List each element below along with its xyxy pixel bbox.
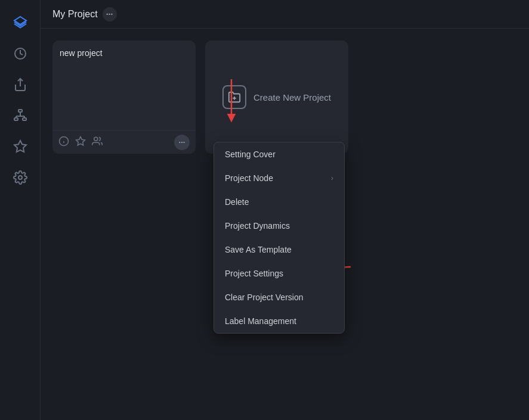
menu-item-project-node[interactable]: Project Node › — [214, 166, 344, 190]
menu-item-delete[interactable]: Delete — [214, 190, 344, 214]
cards-grid: new project — [52, 41, 517, 154]
users-icon[interactable] — [92, 136, 103, 149]
sidebar-item-settings[interactable] — [7, 164, 33, 191]
project-card-title: new project — [60, 48, 103, 58]
svg-point-11 — [18, 176, 22, 179]
svg-rect-4 — [14, 118, 18, 120]
sidebar-item-star[interactable] — [7, 133, 33, 160]
sidebar-item-clock[interactable] — [7, 41, 33, 67]
menu-item-save-as-template[interactable]: Save As Template — [214, 238, 344, 262]
menu-item-save-as-template-label: Save As Template — [225, 245, 292, 254]
create-project-label: Create New Project — [253, 92, 331, 102]
context-menu: Setting Cover Project Node › Delete Proj… — [214, 142, 345, 334]
menu-item-clear-project-version[interactable]: Clear Project Version — [214, 285, 344, 309]
svg-point-16 — [94, 137, 98, 141]
menu-item-project-settings[interactable]: Project Settings — [214, 262, 344, 285]
main-content: My Project ··· new project — [41, 0, 529, 420]
page-title: My Project — [52, 9, 98, 20]
svg-marker-10 — [14, 141, 26, 152]
card-more-button[interactable]: ··· — [174, 135, 190, 150]
chevron-right-icon: › — [331, 174, 333, 182]
info-icon[interactable] — [58, 136, 69, 149]
menu-item-project-dynamics[interactable]: Project Dynamics — [214, 214, 344, 238]
content-area: new project — [41, 29, 529, 420]
project-card-body: new project — [52, 41, 196, 130]
menu-item-project-dynamics-label: Project Dynamics — [225, 221, 290, 231]
sidebar-item-layers[interactable] — [7, 10, 33, 36]
header-more-button[interactable]: ··· — [103, 7, 117, 21]
create-project-icon — [222, 85, 246, 109]
menu-item-project-node-label: Project Node — [225, 173, 273, 183]
sidebar — [0, 0, 41, 420]
project-card-footer: ··· — [52, 130, 196, 154]
svg-rect-5 — [23, 118, 26, 120]
star-icon[interactable] — [75, 136, 86, 149]
menu-item-label-management-label: Label Management — [225, 316, 296, 326]
menu-item-clear-project-version-label: Clear Project Version — [225, 293, 304, 302]
svg-marker-15 — [76, 136, 85, 145]
menu-item-label-management[interactable]: Label Management — [214, 309, 344, 333]
sidebar-item-diagram[interactable] — [7, 102, 33, 129]
svg-rect-3 — [18, 110, 22, 112]
header: My Project ··· — [41, 0, 529, 29]
menu-item-project-settings-label: Project Settings — [225, 269, 283, 278]
project-card[interactable]: new project — [52, 41, 196, 154]
menu-item-delete-label: Delete — [225, 197, 249, 207]
menu-item-setting-cover-label: Setting Cover — [225, 150, 276, 159]
sidebar-item-share[interactable] — [7, 71, 33, 98]
create-project-card[interactable]: Create New Project — [205, 41, 348, 154]
menu-item-setting-cover[interactable]: Setting Cover — [214, 142, 344, 166]
